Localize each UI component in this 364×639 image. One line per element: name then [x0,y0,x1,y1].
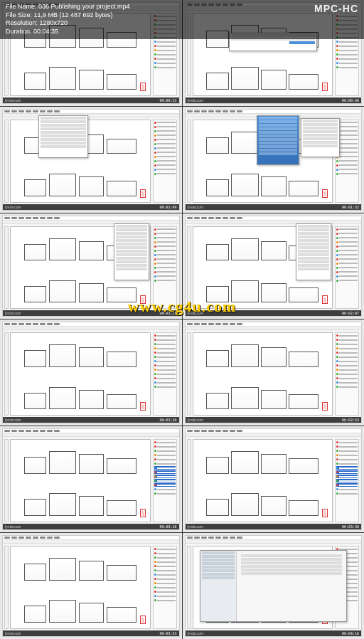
timestamp: 00:00:23 [159,98,176,102]
lynda-watermark: lynda.com [188,418,204,422]
thumbnail-10[interactable]: lynda.com00:03:53 [0,533,182,639]
timestamp: 00:04:16 [342,631,359,635]
site-watermark: www.cg4u.com [128,297,237,316]
timestamp: 00:00:46 [342,98,359,102]
lynda-watermark: lynda.com [5,631,21,635]
lynda-watermark: lynda.com [188,98,204,102]
lynda-watermark: lynda.com [5,418,21,422]
thumbnail-2[interactable]: lynda.com00:01:09 [0,107,182,213]
media-info: File Name: 036 Publishing your project.m… [6,3,130,36]
lynda-watermark: lynda.com [5,98,21,102]
thumbnail-7[interactable]: lynda.com00:02:53 [183,320,365,426]
timestamp: 00:02:07 [342,311,359,315]
timestamp: 00:02:30 [159,418,176,422]
player-logo: MPC-HC [314,3,358,36]
lynda-watermark: lynda.com [5,205,21,209]
timestamp: 00:01:32 [342,205,359,209]
thumbnail-3[interactable]: lynda.com00:01:32 [183,107,365,213]
lynda-watermark: lynda.com [5,311,21,315]
timestamp: 00:03:16 [159,524,176,529]
lynda-watermark: lynda.com [188,205,204,209]
thumbnail-grid: lynda.com00:00:23lynda.com00:00:46lynda.… [0,0,364,639]
lynda-watermark: lynda.com [5,524,21,529]
media-info-header: File Name: 036 Publishing your project.m… [0,0,364,39]
timestamp: 00:01:09 [159,205,176,209]
lynda-watermark: lynda.com [188,524,204,529]
timestamp: 00:02:53 [342,418,359,422]
thumbnail-11[interactable]: lynda.com00:04:16 [183,533,365,639]
thumbnail-8[interactable]: lynda.com00:03:16 [0,426,182,532]
thumbnail-9[interactable]: lynda.com00:03:30 [183,426,365,532]
lynda-watermark: lynda.com [188,631,204,635]
timestamp: 00:03:53 [159,631,176,635]
thumbnail-6[interactable]: lynda.com00:02:30 [0,320,182,426]
timestamp: 00:03:30 [342,524,359,529]
